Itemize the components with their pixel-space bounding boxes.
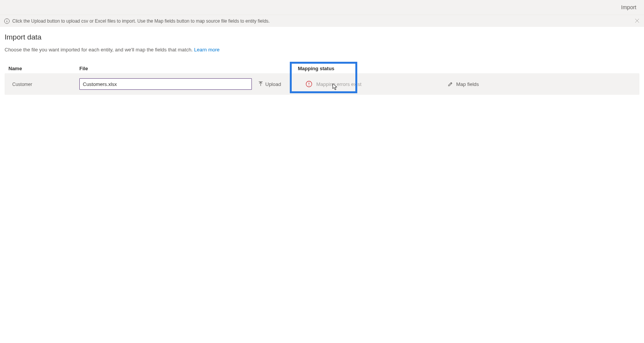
error-icon (306, 81, 312, 87)
header-mapping-status: Mapping status (298, 66, 334, 71)
import-grid: Name File Mapping status Customer (5, 64, 639, 95)
upload-icon (258, 81, 263, 87)
map-fields-button[interactable]: Map fields (445, 80, 481, 89)
info-icon (4, 18, 10, 24)
pencil-icon (448, 81, 453, 87)
page-description-text: Choose the file you want imported for ea… (5, 47, 194, 53)
import-button[interactable]: Import (621, 4, 636, 10)
content-area: Import data Choose the file you want imp… (0, 27, 644, 101)
map-fields-label: Map fields (456, 81, 479, 87)
grid-header-row: Name File Mapping status (5, 64, 639, 73)
learn-more-link[interactable]: Learn more (194, 47, 219, 53)
mapping-status-text: Mapping errors exist (316, 81, 361, 87)
upload-button[interactable]: Upload (256, 80, 283, 89)
file-input[interactable] (79, 78, 252, 90)
info-banner-text: Click the Upload button to upload csv or… (12, 18, 270, 24)
close-icon[interactable] (635, 18, 639, 24)
page-title: Import data (5, 33, 639, 41)
top-bar: Import (0, 0, 644, 15)
upload-button-label: Upload (265, 81, 281, 87)
info-banner: Click the Upload button to upload csv or… (0, 15, 644, 27)
table-row: Customer Upload (5, 73, 639, 95)
page-description: Choose the file you want imported for ea… (5, 47, 639, 53)
header-name: Name (8, 66, 22, 71)
svg-point-9 (309, 85, 309, 86)
svg-point-2 (7, 20, 7, 20)
mapping-status-cell: Mapping errors exist (298, 81, 407, 87)
entity-name: Customer (8, 82, 32, 87)
header-file: File (79, 66, 88, 71)
